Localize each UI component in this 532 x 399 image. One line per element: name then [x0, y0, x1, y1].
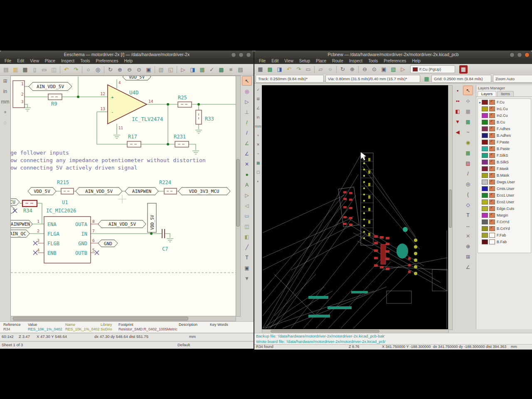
print-icon[interactable]: ▭ — [39, 65, 49, 74]
layer-row[interactable]: F.Adhes — [478, 126, 531, 132]
find-icon[interactable]: ○ — [325, 64, 335, 74]
plot-icon[interactable]: ▱ — [316, 64, 325, 74]
microwave-shape-icon[interactable]: ◀ — [453, 127, 463, 137]
add-zone-icon[interactable]: ▩ — [463, 148, 473, 158]
layer-visibility-checkbox[interactable] — [489, 160, 495, 165]
run-library-browser-icon[interactable]: ◨ — [188, 65, 197, 74]
3d-viewer-icon[interactable]: ▧ — [389, 64, 398, 74]
active-layer-dropdown[interactable]: F.Cu (PgUp) — [410, 65, 455, 73]
add-bus-icon[interactable]: / — [242, 128, 252, 138]
layer-visibility-checkbox[interactable] — [489, 193, 495, 198]
layer-row[interactable]: B.Adhes — [478, 132, 531, 139]
drc-toggle-icon[interactable]: ✓ — [254, 86, 262, 94]
layer-visibility-checkbox[interactable] — [489, 239, 495, 244]
ratsnest-toggle-icon[interactable]: ✕ — [254, 140, 262, 149]
layer-row[interactable]: B.CrtYd — [478, 225, 531, 232]
maximize-button[interactable] — [239, 52, 244, 57]
add-graphic-line-icon[interactable]: ╱ — [242, 242, 252, 252]
layer-color-swatch[interactable] — [482, 146, 488, 151]
delete-tool-icon[interactable]: ▼ — [242, 273, 252, 283]
layer-row[interactable]: Eco2.User — [478, 199, 531, 205]
layer-row[interactable]: B.Mask — [478, 172, 531, 179]
footprint-assign-icon[interactable]: ▦ — [197, 65, 207, 74]
opamp-u4d[interactable]: + - 12 13 14 4 11 U4D IC_TLV2474 — [101, 81, 163, 130]
layer-color-swatch[interactable] — [482, 160, 488, 165]
schematic-canvas[interactable]: 1 2 3 AIN_VDD_5V VDD_5V + - 12 13 14 — [10, 76, 236, 317]
route-tracks-icon[interactable]: ~ — [463, 127, 473, 137]
menu-tools[interactable]: Tools — [77, 58, 93, 64]
resistor-r34-selected[interactable] — [22, 200, 37, 207]
zone-fill-mode-icon[interactable]: ▩ — [254, 159, 262, 167]
layer-visibility-checkbox[interactable] — [489, 233, 495, 238]
layer-color-swatch[interactable] — [482, 180, 488, 185]
layer-color-swatch[interactable] — [482, 153, 488, 158]
add-target-icon[interactable]: ◎ — [463, 179, 473, 189]
open-schematic-icon[interactable]: ▥ — [11, 65, 20, 74]
layer-visibility-checkbox[interactable] — [489, 106, 495, 111]
layer-row[interactable]: B.Paste — [478, 145, 531, 152]
grid-toggle-icon[interactable]: ⊞ — [0, 76, 10, 86]
generate-netlist-icon[interactable]: ≡ — [226, 65, 236, 74]
find-icon[interactable]: ○ — [84, 65, 93, 74]
layer-row[interactable]: F.SilkS — [478, 152, 531, 159]
add-arc-icon[interactable]: ( — [463, 190, 473, 199]
net-label-ain-vdd-5v[interactable]: AIN_VDD_5V — [29, 82, 72, 91]
add-junction-icon[interactable]: ● — [242, 170, 252, 179]
pcbnew-hscroll-thumb[interactable] — [271, 330, 379, 332]
layer-row[interactable]: B.SilkS — [478, 159, 531, 165]
curved-ratsnest-icon[interactable]: ~ — [254, 150, 262, 158]
redo-icon[interactable]: ↷ — [294, 64, 303, 74]
layer-color-swatch[interactable] — [482, 200, 488, 204]
close-button[interactable] — [246, 52, 251, 57]
select-tool-icon[interactable]: ↖ — [463, 86, 473, 95]
minimize-button[interactable] — [231, 52, 236, 57]
zoom-in-icon[interactable]: ⊕ — [115, 65, 125, 74]
layer-row[interactable]: Dwgs.User — [478, 179, 531, 185]
layer-color-swatch[interactable] — [482, 126, 488, 131]
layer-visibility-checkbox[interactable] — [489, 126, 495, 131]
add-polygon-icon[interactable]: ◇ — [463, 200, 473, 209]
import-sheet-pin-icon[interactable]: ◫ — [242, 222, 252, 231]
layer-visibility-checkbox[interactable] — [489, 146, 495, 151]
save-icon[interactable]: ▦ — [20, 65, 30, 74]
capacitor-c7[interactable] — [162, 229, 165, 238]
layer-color-swatch[interactable] — [482, 120, 488, 125]
microwave-line-icon[interactable]: ▪ — [453, 86, 463, 95]
add-keepout-icon[interactable]: ▨ — [463, 158, 473, 168]
menu-inspect[interactable]: Inspect — [346, 58, 365, 64]
measure-icon[interactable]: ∠ — [463, 262, 473, 272]
layer-color-swatch[interactable] — [482, 239, 488, 244]
update-pcb-from-schematic-icon[interactable]: ▦ — [459, 65, 468, 74]
zoom-fit-icon[interactable]: ⊙ — [369, 64, 379, 74]
add-via-icon[interactable]: ◉ — [463, 138, 473, 147]
board-setup-icon[interactable]: ▩ — [265, 64, 275, 74]
zoom-selection-icon[interactable]: ▣ — [144, 65, 153, 74]
layer-row[interactable]: Eco1.User — [478, 192, 531, 199]
menu-view[interactable]: View — [281, 58, 296, 64]
add-text-icon[interactable]: T — [242, 253, 252, 262]
layer-visibility-checkbox[interactable] — [489, 213, 495, 218]
maximize-button[interactable] — [517, 52, 522, 57]
grid-dropdown[interactable]: Grid: 0.2500 mm (9.84 mils) — [431, 75, 491, 83]
layer-color-swatch[interactable] — [482, 173, 488, 178]
add-text-icon[interactable]: T — [463, 210, 473, 220]
add-net-label-icon[interactable]: A — [242, 180, 252, 190]
add-wire-icon[interactable]: / — [242, 118, 252, 127]
leave-sheet-icon[interactable]: ◱ — [166, 65, 175, 74]
layer-row[interactable]: ▸F.Cu — [478, 99, 531, 106]
layer-color-swatch[interactable] — [482, 166, 488, 171]
undo-icon[interactable]: ↶ — [284, 64, 294, 74]
layer-row[interactable]: B.Cu — [478, 119, 531, 126]
layer-visibility-checkbox[interactable] — [489, 186, 495, 191]
layer-color-swatch[interactable] — [482, 206, 488, 211]
layer-row[interactable]: Edge.Cuts — [478, 205, 531, 212]
menu-tools[interactable]: Tools — [365, 58, 381, 64]
layer-visibility-checkbox[interactable] — [489, 133, 495, 138]
zoom-redraw-icon[interactable]: ↻ — [106, 65, 115, 74]
run-pcbnew-icon[interactable]: ▩ — [217, 65, 226, 74]
eeschema-hscrollbar[interactable] — [10, 316, 236, 321]
layer-row[interactable]: F.Fab — [478, 232, 531, 239]
delete-tool-icon[interactable]: ✕ — [463, 231, 473, 241]
zoom-redraw-icon[interactable]: ↻ — [338, 64, 347, 74]
menu-edit[interactable]: Edit — [268, 58, 281, 64]
